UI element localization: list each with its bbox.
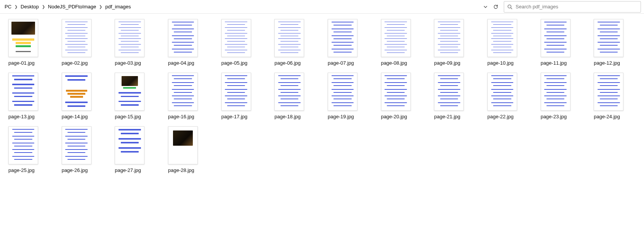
file-name[interactable]: page-19.jpg — [328, 114, 354, 119]
file-thumbnail[interactable] — [221, 73, 251, 111]
chevron-right-icon: ❯ — [98, 5, 103, 9]
file-name[interactable]: page-23.jpg — [541, 114, 567, 119]
file-thumbnail[interactable] — [168, 126, 198, 164]
file-name[interactable]: page-28.jpg — [168, 167, 194, 173]
file-item[interactable]: page-21.jpg — [434, 73, 476, 119]
file-thumbnail[interactable] — [62, 126, 91, 164]
file-thumbnail[interactable] — [274, 73, 304, 111]
file-name[interactable]: page-10.jpg — [487, 60, 514, 66]
file-item[interactable]: page-17.jpg — [221, 73, 263, 119]
file-name[interactable]: page-03.jpg — [115, 60, 141, 66]
file-item[interactable]: page-09.jpg — [434, 19, 476, 66]
refresh-button[interactable] — [493, 4, 498, 10]
address-actions — [483, 4, 501, 10]
file-thumbnail[interactable] — [168, 73, 198, 111]
file-name[interactable]: page-07.jpg — [328, 60, 354, 66]
file-thumbnail[interactable] — [434, 19, 464, 57]
breadcrumb-segment[interactable]: Desktop — [21, 4, 39, 10]
file-name[interactable]: page-16.jpg — [168, 114, 194, 119]
file-name[interactable]: page-13.jpg — [8, 114, 35, 119]
file-item[interactable]: page-16.jpg — [168, 73, 210, 119]
file-item[interactable]: page-22.jpg — [487, 73, 529, 119]
file-name[interactable]: page-15.jpg — [115, 114, 141, 119]
chevron-right-icon: ❯ — [14, 5, 18, 9]
file-thumbnail[interactable] — [168, 19, 198, 57]
file-item[interactable]: page-19.jpg — [328, 73, 370, 119]
file-name[interactable]: page-20.jpg — [381, 114, 407, 119]
file-name[interactable]: page-17.jpg — [221, 114, 248, 119]
file-thumbnail[interactable] — [381, 19, 411, 57]
file-thumbnail[interactable] — [115, 126, 144, 164]
file-item[interactable]: page-24.jpg — [594, 73, 636, 119]
file-item[interactable]: page-05.jpg — [221, 19, 263, 66]
file-item[interactable]: page-07.jpg — [328, 19, 370, 66]
file-thumbnail[interactable] — [221, 19, 251, 57]
file-item[interactable]: page-18.jpg — [274, 73, 316, 119]
breadcrumb-segment[interactable]: PC — [5, 4, 11, 10]
file-thumbnail[interactable] — [487, 19, 517, 57]
file-item[interactable]: page-28.jpg — [168, 126, 210, 173]
chevron-right-icon: ❯ — [41, 5, 46, 9]
file-name[interactable]: page-26.jpg — [62, 167, 88, 173]
search-icon — [507, 4, 513, 10]
file-item[interactable]: page-14.jpg — [62, 73, 104, 119]
file-item[interactable]: page-20.jpg — [381, 73, 423, 119]
recent-locations-button[interactable] — [483, 5, 488, 9]
file-item[interactable]: page-10.jpg — [487, 19, 529, 66]
file-name[interactable]: page-09.jpg — [434, 60, 460, 66]
file-name[interactable]: page-01.jpg — [8, 60, 35, 66]
file-name[interactable]: page-08.jpg — [381, 60, 407, 66]
file-grid: page-01.jpgpage-02.jpgpage-03.jpgpage-04… — [0, 14, 644, 178]
file-name[interactable]: page-06.jpg — [274, 60, 301, 66]
file-thumbnail[interactable] — [434, 73, 464, 111]
file-item[interactable]: page-25.jpg — [8, 126, 50, 173]
file-item[interactable]: page-04.jpg — [168, 19, 210, 66]
file-item[interactable]: page-23.jpg — [541, 73, 583, 119]
file-name[interactable]: page-02.jpg — [62, 60, 88, 66]
file-name[interactable]: page-24.jpg — [594, 114, 620, 119]
file-item[interactable]: page-03.jpg — [115, 19, 157, 66]
file-name[interactable]: page-14.jpg — [62, 114, 88, 119]
search-box[interactable] — [504, 1, 641, 13]
file-name[interactable]: page-25.jpg — [8, 167, 35, 173]
svg-line-1 — [511, 8, 512, 9]
file-thumbnail[interactable] — [328, 19, 357, 57]
file-item[interactable]: page-08.jpg — [381, 19, 423, 66]
file-thumbnail[interactable] — [8, 73, 38, 111]
file-item[interactable]: page-01.jpg — [8, 19, 50, 66]
file-thumbnail[interactable] — [594, 19, 623, 57]
file-thumbnail[interactable] — [541, 73, 570, 111]
file-item[interactable]: page-15.jpg — [115, 73, 157, 119]
file-thumbnail[interactable] — [381, 73, 411, 111]
file-thumbnail[interactable] — [487, 73, 517, 111]
file-item[interactable]: page-12.jpg — [594, 19, 636, 66]
file-name[interactable]: page-21.jpg — [434, 114, 460, 119]
file-name[interactable]: page-18.jpg — [274, 114, 301, 119]
file-thumbnail[interactable] — [62, 19, 91, 57]
file-name[interactable]: page-11.jpg — [541, 60, 567, 66]
file-item[interactable]: page-26.jpg — [62, 126, 104, 173]
file-thumbnail[interactable] — [62, 73, 91, 111]
file-name[interactable]: page-04.jpg — [168, 60, 194, 66]
search-input[interactable] — [516, 4, 638, 10]
file-thumbnail[interactable] — [115, 19, 144, 57]
file-name[interactable]: page-05.jpg — [221, 60, 248, 66]
file-thumbnail[interactable] — [8, 19, 38, 57]
file-thumbnail[interactable] — [8, 126, 38, 164]
file-thumbnail[interactable] — [328, 73, 357, 111]
file-name[interactable]: page-12.jpg — [594, 60, 620, 66]
file-thumbnail[interactable] — [115, 73, 144, 111]
file-item[interactable]: page-13.jpg — [8, 73, 50, 119]
file-item[interactable]: page-27.jpg — [115, 126, 157, 173]
file-thumbnail[interactable] — [541, 19, 570, 57]
file-item[interactable]: page-11.jpg — [541, 19, 583, 66]
file-item[interactable]: page-06.jpg — [274, 19, 316, 66]
file-item[interactable]: page-02.jpg — [62, 19, 104, 66]
file-thumbnail[interactable] — [274, 19, 304, 57]
breadcrumb[interactable]: PC ❯ Desktop ❯ NodeJS_PDFtoImage ❯ pdf_i… — [3, 4, 481, 10]
breadcrumb-segment[interactable]: NodeJS_PDFtoImage — [48, 4, 96, 10]
file-thumbnail[interactable] — [594, 73, 623, 111]
breadcrumb-segment[interactable]: pdf_images — [105, 4, 131, 10]
file-name[interactable]: page-22.jpg — [487, 114, 514, 119]
file-name[interactable]: page-27.jpg — [115, 167, 141, 173]
